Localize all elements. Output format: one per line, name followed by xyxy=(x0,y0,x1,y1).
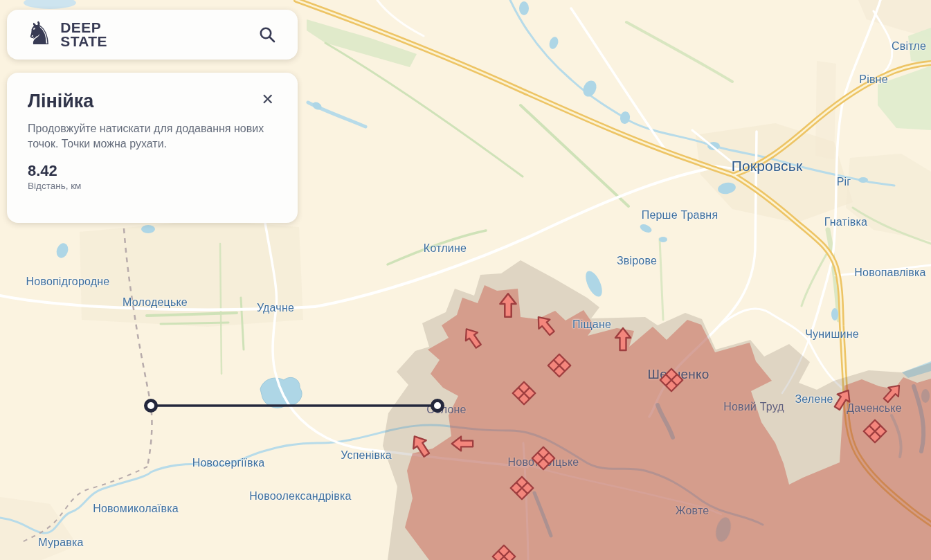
brand-line1: DEEP xyxy=(60,21,107,35)
ruler-endpoint-2[interactable] xyxy=(433,401,443,411)
deepstate-knight-icon: ♞ xyxy=(25,17,53,49)
brand-line2: STATE xyxy=(60,35,107,48)
ruler-panel-title: Лінійка xyxy=(28,91,93,112)
ruler-distance-label: Відстань, км xyxy=(28,181,277,191)
ruler-panel: Лінійка ✕ Продовжуйте натискати для дода… xyxy=(7,73,298,223)
ruler-endpoint-1[interactable] xyxy=(146,401,156,411)
logo-card: ♞ DEEP STATE xyxy=(7,10,298,60)
deepstate-logo: DEEP STATE xyxy=(60,21,107,48)
ruler-distance-value: 8.42 xyxy=(28,162,277,180)
ruler-instructions: Продовжуйте натискати для додавання нови… xyxy=(28,121,274,152)
close-ruler-button[interactable]: ✕ xyxy=(259,91,277,109)
search-button[interactable] xyxy=(255,22,280,47)
search-icon xyxy=(257,25,277,44)
